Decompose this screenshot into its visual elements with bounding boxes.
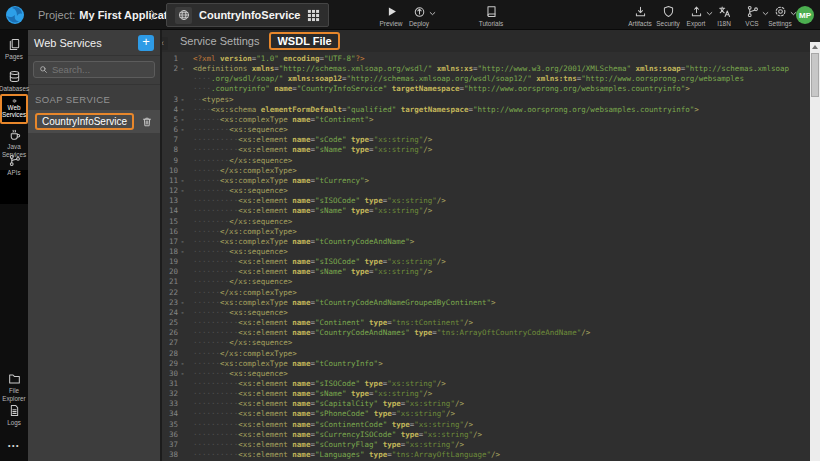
line-number-gutter[interactable]: 5- (162, 115, 187, 125)
export-button[interactable]: Export (682, 2, 710, 27)
line-number-gutter (162, 84, 187, 94)
code-line: 20··········<xs:element name="sName" typ… (162, 267, 810, 277)
service-search[interactable] (33, 61, 155, 78)
sidebar-item-label: Web Services (2, 104, 26, 119)
vcs-icon (746, 5, 759, 18)
line-number-gutter[interactable]: 30- (162, 369, 187, 379)
fold-marker-icon: - (178, 105, 187, 115)
line-number-gutter[interactable]: 6- (162, 125, 187, 135)
line-number-gutter[interactable]: 12- (162, 186, 187, 196)
tutorials-icon (485, 5, 498, 18)
delete-service-button[interactable] (141, 116, 153, 128)
wavemaker-logo-icon (5, 5, 25, 25)
code-line: 12-········<xs:sequence> (162, 186, 810, 196)
line-number-gutter: 1 (162, 54, 187, 64)
line-number-gutter[interactable]: 4- (162, 105, 187, 115)
scrollbar-thumb[interactable] (811, 53, 819, 97)
sidebar-item-web-services[interactable]: Web Services (0, 94, 28, 124)
tab-wsdl-file[interactable]: WSDL File (269, 32, 339, 50)
code-line-text: ··········<xs:element name="CountryCodeA… (187, 328, 590, 338)
sidebar-item-pages[interactable]: Pages (0, 38, 28, 61)
service-list-item[interactable]: CountryInfoService (28, 110, 160, 133)
code-line-text: ··········<xs:element name="sCode" type=… (187, 135, 432, 145)
sidebar-item-databases[interactable]: Databases (0, 70, 28, 93)
fold-spacer (178, 420, 187, 430)
sidebar-item-apis[interactable]: APIs (0, 154, 28, 177)
sidebar-item-label: APIs (7, 169, 20, 177)
sidebar-item-file-explorer[interactable]: File Explorer (0, 372, 28, 402)
preview-button[interactable]: Preview (377, 2, 405, 27)
security-button[interactable]: Security (654, 2, 682, 27)
line-number-gutter[interactable]: 18- (162, 247, 187, 257)
fold-marker-icon: - (178, 95, 187, 105)
tutorials-button[interactable]: Tutorials (477, 2, 505, 27)
artifacts-button[interactable]: Artifacts (626, 2, 654, 27)
grid-icon[interactable] (307, 9, 320, 22)
apis-icon (8, 154, 21, 167)
code-line: 19··········<xs:element name="sISOCode" … (162, 257, 810, 267)
fold-spacer (178, 318, 187, 328)
open-service-tab[interactable]: CountryInfoService (166, 3, 329, 27)
line-number-gutter[interactable]: 2- (162, 64, 187, 74)
code-line-text: ····<xs:schema elementFormDefault="quali… (187, 105, 699, 115)
line-number-gutter[interactable]: 24- (162, 308, 187, 318)
line-number-gutter: 34 (162, 409, 187, 419)
code-line-text: ··<types> (187, 95, 234, 105)
line-number-gutter[interactable]: 11- (162, 176, 187, 186)
fold-marker-icon: - (178, 176, 187, 186)
code-line-text: ··········<xs:element name="sCapitalCity… (187, 399, 464, 409)
line-number-gutter[interactable]: 23- (162, 298, 187, 308)
line-number-gutter: 13 (162, 196, 187, 206)
logs-icon (8, 404, 21, 417)
avatar[interactable]: MP (796, 6, 814, 24)
fold-spacer (178, 257, 187, 267)
fold-spacer (178, 399, 187, 409)
code-line-text: <?xml version="1.0" encoding="UTF-8"?> (187, 54, 365, 64)
nav-overflow-button[interactable]: ••• (0, 442, 28, 449)
code-line: 10······</xs:complexType> (162, 166, 810, 176)
add-service-button[interactable]: + (138, 35, 154, 51)
i18n-button[interactable]: I18N (710, 2, 738, 27)
fold-spacer (178, 196, 187, 206)
fold-spacer (178, 84, 187, 94)
service-name[interactable]: CountryInfoService (35, 113, 134, 130)
line-number-gutter: 35 (162, 420, 187, 430)
code-line: 15········</xs:sequence> (162, 217, 810, 227)
fold-spacer (178, 440, 187, 450)
soap-service-section-label: SOAP SERVICE (28, 84, 160, 110)
code-line-text: ········</xs:sequence> (187, 217, 292, 227)
fold-spacer (178, 450, 187, 460)
vcs-button[interactable]: VCS (738, 2, 766, 27)
wsdl-code-viewer[interactable]: 1<?xml version="1.0" encoding="UTF-8"?>2… (162, 52, 810, 461)
web-services-icon (9, 99, 20, 103)
scrollbar-up-arrow-icon[interactable] (810, 42, 820, 51)
app-logo[interactable] (5, 5, 25, 25)
deploy-icon (413, 5, 426, 18)
fold-spacer (178, 409, 187, 419)
sidebar-item-logs[interactable]: Logs (0, 404, 28, 427)
settings-button[interactable]: Settings (766, 2, 794, 27)
code-line-text: ······<xs:complexType name="tCurrency"> (187, 176, 369, 186)
code-line: 25··········<xs:element name="Continent"… (162, 318, 810, 328)
code-line: 1<?xml version="1.0" encoding="UTF-8"?> (162, 54, 810, 64)
line-number-gutter[interactable]: 17- (162, 237, 187, 247)
fold-marker-icon: - (178, 125, 187, 135)
pages-icon (8, 38, 21, 51)
editor-scrollbar[interactable] (810, 42, 820, 461)
code-line: 11-······<xs:complexType name="tCurrency… (162, 176, 810, 186)
editor-tabs: Service Settings WSDL File (162, 30, 820, 52)
search-icon (39, 65, 48, 74)
deploy-button[interactable]: Deploy (405, 2, 433, 27)
left-nav-bar: ••• PagesDatabasesWeb ServicesJava Servi… (0, 30, 28, 461)
code-line: 13··········<xs:element name="sISOCode" … (162, 196, 810, 206)
line-number-gutter[interactable]: 29- (162, 359, 187, 369)
tab-service-settings[interactable]: Service Settings (180, 35, 259, 47)
code-line: 9········</xs:sequence> (162, 156, 810, 166)
code-line: 32··········<xs:element name="sName" typ… (162, 389, 810, 399)
code-line-text: ······</xs:complexType> (187, 349, 297, 359)
line-number-gutter[interactable]: 3- (162, 95, 187, 105)
action-label: Deploy (409, 20, 429, 27)
code-line: ····.org/wsdl/soap/" xmlns:soap12="http:… (162, 74, 810, 84)
fold-marker-icon: - (178, 369, 187, 379)
search-input[interactable] (52, 64, 149, 75)
